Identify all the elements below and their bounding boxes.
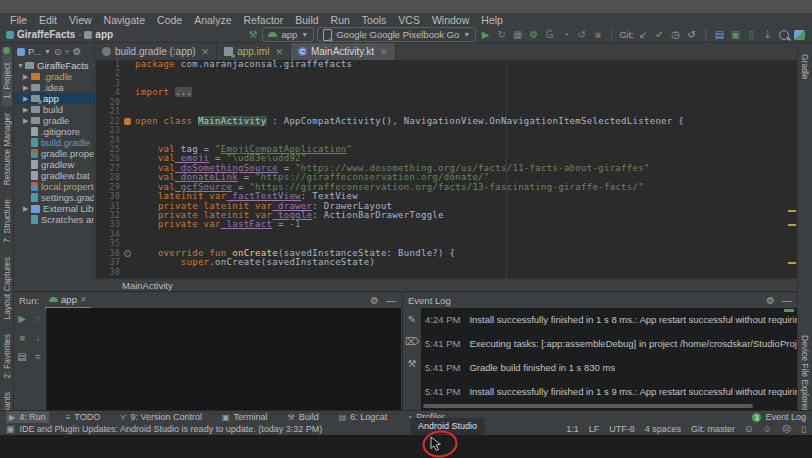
dump-icon[interactable]: ▤ (16, 350, 29, 363)
tree-item--gitignore[interactable]: .gitignore (14, 126, 94, 137)
menu-edit[interactable]: Edit (33, 14, 63, 26)
warning-stripe-mark[interactable] (788, 210, 796, 212)
menu-analyze[interactable]: Analyze (188, 14, 237, 26)
sdk-manager-icon[interactable]: ⇣ (761, 28, 774, 41)
line-number[interactable]: 31 (96, 202, 123, 211)
minimize-icon[interactable]: — (386, 295, 396, 306)
indent-setting[interactable]: 4 spaces (645, 424, 681, 434)
tree-item-gradle-properties[interactable]: gradle.properties (14, 148, 94, 159)
line-number[interactable]: 23 (96, 126, 123, 135)
commit-icon[interactable]: ✔ (653, 28, 666, 41)
line-number[interactable]: 33 (96, 220, 123, 229)
tree-item-build-gradle[interactable]: build.gradle (14, 137, 94, 148)
line-number[interactable]: 3 (96, 79, 123, 88)
locate-file-icon[interactable]: ⊙ (54, 47, 62, 57)
tree-item-gradlew-bat[interactable]: gradlew.bat (14, 170, 94, 181)
tree-item-app[interactable]: ▶app (14, 93, 94, 104)
menu-file[interactable]: File (4, 14, 33, 26)
expand-arrow-icon[interactable]: ▶ (23, 106, 31, 114)
menu-refactor[interactable]: Refactor (238, 14, 290, 26)
tree-item-external-libraries[interactable]: ▶External Libraries (14, 203, 94, 214)
device-select[interactable]: Google Google Pixelbook Go ▼ (317, 27, 476, 42)
line-number[interactable]: 35 (96, 239, 123, 248)
happy-feedback-icon[interactable]: ☺ (762, 424, 771, 434)
menu-tools[interactable]: Tools (356, 14, 393, 26)
encoding[interactable]: UTF-8 (609, 424, 635, 434)
line-number[interactable]: 37 (96, 258, 123, 267)
tree-item--idea[interactable]: ▶.idea (14, 82, 94, 93)
minimize-icon[interactable]: — (782, 295, 792, 306)
menu-view[interactable]: View (63, 14, 98, 26)
expand-arrow-icon[interactable]: ▼ (17, 62, 25, 69)
delete-icon[interactable]: ⌦ (406, 335, 419, 348)
search-everywhere-icon[interactable] (777, 28, 790, 41)
collapse-all-icon[interactable]: ÷ (65, 47, 70, 57)
down-stack-icon[interactable]: ↓ (32, 331, 45, 344)
tree-item-build[interactable]: ▶build (14, 104, 94, 115)
soft-wrap-icon[interactable]: ≈ (32, 350, 45, 363)
build-hammer-icon[interactable]: ⚒ (246, 28, 259, 41)
close-icon[interactable]: ✕ (380, 47, 388, 57)
edit-icon[interactable]: ✎ (406, 313, 419, 326)
project-tree[interactable]: ▼GiraffeFacts~/S▶.gradle▶.idea▶app▶build… (14, 60, 95, 278)
status-message[interactable]: IDE and Plugin Updates: Android Studio i… (20, 424, 323, 434)
line-number[interactable]: 22 (96, 117, 123, 126)
menu-code[interactable]: Code (151, 14, 188, 26)
run-icon[interactable]: ▶ (479, 28, 492, 41)
panel-settings-icon[interactable]: ⚙ (766, 295, 775, 306)
breadcrumb-project[interactable]: GiraffeFacts (17, 29, 75, 40)
line-number[interactable]: 25 (96, 145, 123, 154)
menu-help[interactable]: Help (475, 14, 509, 26)
line-ending[interactable]: LF (589, 424, 600, 434)
menu-build[interactable]: Build (289, 14, 324, 26)
event-log-entry[interactable]: 4:24 PMInstall successfully finished in … (425, 314, 793, 325)
expand-arrow-icon[interactable]: ▶ (23, 205, 31, 213)
tree-item-local-properties[interactable]: local.properties (14, 181, 94, 192)
line-number[interactable]: 1 (96, 60, 123, 69)
run-tab-app[interactable]: app ✕ (45, 292, 91, 309)
attach-debugger-icon[interactable]: G (543, 28, 556, 41)
up-stack-icon[interactable]: ↑ (32, 312, 45, 325)
panel-settings-icon[interactable]: ⚙ (72, 46, 81, 57)
line-number[interactable]: 30 (96, 192, 123, 201)
profiler-icon[interactable]: ◔ (559, 28, 572, 41)
caret-position[interactable]: 1:1 (566, 424, 579, 434)
stripe-7-structure[interactable]: 7: Structure (2, 199, 12, 243)
update-project-icon[interactable]: ↙ (637, 28, 650, 41)
toolwindow-9-version-control[interactable]: ϒ9: Version Control (117, 411, 205, 424)
rerun-icon[interactable]: ▶ (16, 312, 29, 325)
line-number[interactable]: 34 (96, 230, 123, 239)
warning-stripe-mark[interactable] (788, 224, 796, 226)
wrench-icon[interactable]: ⚒ (406, 357, 419, 370)
menu-window[interactable]: Window (426, 14, 475, 26)
stripe-gradle[interactable]: Gradle (800, 54, 810, 80)
expand-arrow-icon[interactable]: ▶ (23, 73, 31, 81)
tab-mainactivity-kt[interactable]: CMainActivity.kt✕ (291, 43, 396, 60)
line-number[interactable]: 29 (96, 183, 123, 192)
stripe-1-project[interactable]: 1: Project (2, 63, 12, 99)
run-configuration-select[interactable]: app ▼ (262, 27, 314, 42)
toolwindow-build[interactable]: ⚒Build (285, 411, 322, 424)
toolwindow-todo[interactable]: ≡TODO (63, 411, 104, 424)
tree-root[interactable]: ▼GiraffeFacts~/S (14, 60, 94, 71)
layout-inspector-icon[interactable]: ▣ (729, 28, 742, 41)
warning-stripe-mark[interactable] (788, 262, 796, 264)
horizontal-scrollbar[interactable] (423, 404, 753, 408)
toolwindow-6-logcat[interactable]: ▤6: Logcat (336, 411, 391, 424)
stripe-2-favorites[interactable]: 2: Favorites (2, 334, 12, 378)
sad-feedback-icon[interactable]: ☹ (782, 424, 791, 434)
line-number[interactable]: 24 (96, 136, 123, 145)
stripe-resource-manager[interactable]: Resource Manager (2, 113, 12, 185)
sync-device-icon[interactable]: ↺ (575, 28, 588, 41)
event-log-button[interactable]: 1 Event Log (752, 412, 806, 422)
tree-item--gradle[interactable]: ▶.gradle (14, 71, 94, 82)
project-structure-icon[interactable]: ▤ (713, 28, 726, 41)
expand-arrow-icon[interactable]: ▶ (23, 117, 31, 125)
stripe-device-file-explorer[interactable]: Device File Explorer (800, 335, 810, 411)
line-number[interactable]: 28 (96, 173, 123, 182)
code-editor[interactable]: 1package com.naranjaconsal.giraffefacts2… (96, 60, 797, 278)
debug-icon[interactable]: ▦ (511, 28, 524, 41)
event-log-entry[interactable]: 5:41 PMGradle build finished in 1 s 830 … (425, 362, 793, 373)
stop-icon[interactable]: ■ (591, 28, 604, 41)
event-log-entry[interactable]: 5:41 PMInstall successfully finished in … (425, 386, 793, 397)
